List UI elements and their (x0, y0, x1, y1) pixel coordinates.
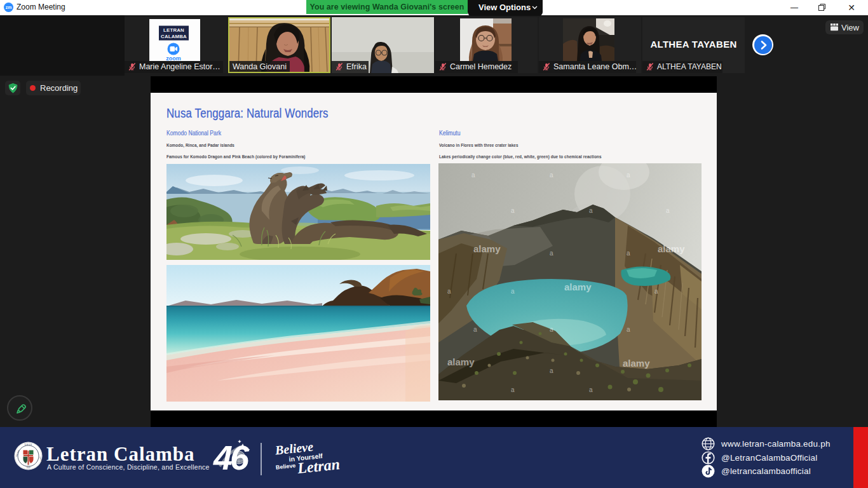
svg-text:a: a (471, 172, 475, 179)
svg-text:a: a (550, 367, 553, 374)
svg-text:a: a (550, 326, 553, 333)
svg-text:LETRAN: LETRAN (163, 27, 184, 33)
svg-text:alamy: alamy (473, 243, 501, 254)
svg-text:a: a (550, 250, 553, 257)
svg-text:alamy: alamy (564, 281, 592, 292)
svg-text:a: a (627, 172, 630, 179)
svg-text:a: a (627, 326, 630, 333)
svg-text:a: a (627, 250, 630, 257)
svg-text:a: a (511, 386, 515, 393)
svg-text:a: a (473, 326, 477, 333)
svg-text:alamy: alamy (658, 243, 685, 254)
svg-text:a: a (666, 207, 670, 214)
svg-text:CALAMBA: CALAMBA (161, 34, 187, 39)
svg-text:a: a (511, 288, 515, 295)
svg-text:a: a (447, 288, 451, 295)
svg-text:a: a (511, 207, 515, 214)
svg-text:1928: 1928 (26, 466, 31, 469)
svg-text:a: a (589, 207, 593, 214)
svg-text:a: a (589, 386, 593, 393)
svg-text:D E U S: D E U S (25, 444, 32, 446)
svg-text:a: a (550, 172, 553, 179)
svg-text:alamy: alamy (447, 356, 475, 367)
svg-text:a: a (654, 288, 658, 295)
svg-text:alamy: alamy (623, 358, 650, 369)
